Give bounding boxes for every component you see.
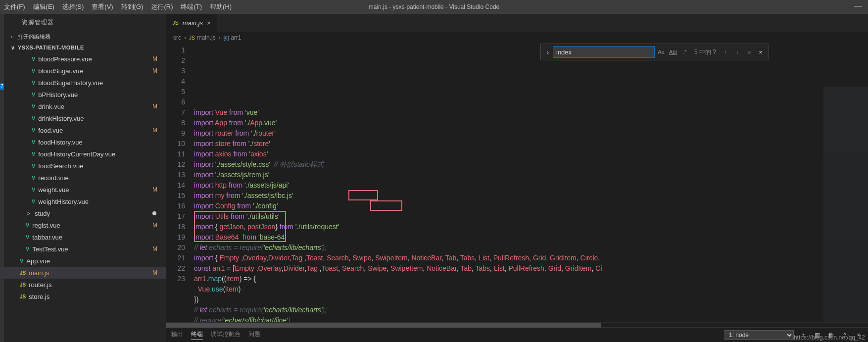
tree-item[interactable]: Vdrink.vueM <box>0 100 166 112</box>
crumb-symbol[interactable]: [◊]arr1 <box>224 34 241 41</box>
vue-icon: V <box>32 103 35 109</box>
project-header[interactable]: ∨YSXS-PATIENT-MOBILE <box>0 42 166 53</box>
tree-item[interactable]: VfoodHistory.vue <box>0 136 166 148</box>
find-prev-icon[interactable]: ↑ <box>720 47 731 57</box>
h-scrollbar-thumb[interactable] <box>166 323 601 328</box>
close-icon[interactable]: × <box>207 19 211 27</box>
menubar: 文件(F) 编辑(E) 选择(S) 查看(V) 转到(G) 运行(R) 终端(T… <box>0 0 868 14</box>
panel-tab-terminal[interactable]: 终端 <box>191 330 203 340</box>
breadcrumb[interactable]: src› JSmain.js› [◊]arr1 <box>166 32 868 44</box>
split-terminal-icon[interactable]: ▥ <box>813 332 821 339</box>
vue-icon: V <box>26 222 29 228</box>
crumb-src[interactable]: src <box>173 34 181 41</box>
terminal-select[interactable]: 1: node <box>724 330 794 340</box>
h-scrollbar[interactable] <box>166 322 868 327</box>
tree-item-label: weight.vue <box>38 186 152 194</box>
menu-help[interactable]: 帮助(H) <box>206 0 236 14</box>
vue-icon: V <box>32 139 35 145</box>
close-panel-icon[interactable]: × <box>854 332 863 339</box>
menu-run[interactable]: 运行(R) <box>147 0 177 14</box>
tree-item[interactable]: >study <box>0 207 166 219</box>
find-close-icon[interactable]: × <box>756 49 766 56</box>
find-regex-icon[interactable]: .* <box>679 47 690 57</box>
variable-icon: [◊] <box>224 35 229 41</box>
tree-item[interactable]: VTestTest.vueM <box>0 243 166 255</box>
menu-file[interactable]: 文件(F) <box>0 0 29 14</box>
vue-icon: V <box>26 234 29 240</box>
vue-icon: V <box>32 80 35 86</box>
tree-item-label: foodHistoryCurrentDay.vue <box>38 150 166 158</box>
window-title: main.js - ysxs-patient-mobile - Visual S… <box>369 3 500 10</box>
tree-item-label: bloodPressure.vue <box>38 55 152 63</box>
trash-icon[interactable]: 🗑 <box>826 332 835 339</box>
js-icon: JS <box>20 282 26 288</box>
menu-edit[interactable]: 编辑(E) <box>29 0 58 14</box>
tree-item-label: bPHistory.vue <box>38 91 166 98</box>
tree-item[interactable]: VdrinkHistory.vue <box>0 112 166 124</box>
panel-tabs: 输出 终端 调试控制台 问题 <box>171 330 260 340</box>
find-next-icon[interactable]: ↓ <box>732 47 743 57</box>
new-terminal-icon[interactable]: + <box>799 332 808 339</box>
chevron-right-icon: > <box>26 211 32 216</box>
minimize-icon[interactable]: — <box>854 1 862 10</box>
vue-icon: V <box>32 127 35 133</box>
tree-item-label: router.js <box>29 281 166 289</box>
tab-bar: JS main.js × <box>166 14 868 32</box>
tree-item[interactable]: VfoodHistoryCurrentDay.vue <box>0 148 166 160</box>
find-case-icon[interactable]: Aa <box>656 47 667 57</box>
bottom-panel: 输出 终端 调试控制台 问题 1: node + ▥ 🗑 ^ × <box>166 327 868 342</box>
line-gutter: 1234567891011121314151617181920212223 <box>166 44 194 322</box>
tree-item-label: store.js <box>29 293 166 300</box>
menu-view[interactable]: 查看(V) <box>88 0 117 14</box>
tree-item[interactable]: VbloodSugarHistory.vue <box>0 77 166 89</box>
tree-item[interactable]: Vrecord.vue <box>0 172 166 184</box>
open-editors-label: 打开的编辑器 <box>18 33 50 41</box>
tree-item-label: bloodSugarHistory.vue <box>38 79 166 87</box>
panel-tab-debug[interactable]: 调试控制台 <box>211 330 241 340</box>
tree-item[interactable]: JSstore.js <box>0 291 166 302</box>
vue-icon: V <box>32 198 35 204</box>
tree-item[interactable]: VbloodPressure.vueM <box>0 53 166 65</box>
crumb-file[interactable]: JSmain.js <box>189 34 216 41</box>
js-icon: JS <box>189 35 195 41</box>
file-tree: VbloodPressure.vueMVbloodSugar.vueMVbloo… <box>0 53 166 342</box>
tree-item-label: foodHistory.vue <box>38 139 166 146</box>
code-editor[interactable]: 1234567891011121314151617181920212223 im… <box>166 44 868 322</box>
vue-icon: V <box>26 246 29 252</box>
tree-item[interactable]: Vweight.vueM <box>0 184 166 195</box>
git-modified-badge: M <box>152 127 157 134</box>
vue-icon: V <box>32 92 35 98</box>
tree-item-label: foodSearch.vue <box>38 162 166 170</box>
panel-tab-output[interactable]: 输出 <box>171 330 183 340</box>
git-modified-badge: M <box>152 245 157 252</box>
git-modified-badge: M <box>152 186 157 193</box>
vue-icon: V <box>32 56 35 62</box>
tree-item[interactable]: JSrouter.js <box>0 279 166 291</box>
panel-tab-problems[interactable]: 问题 <box>248 330 260 340</box>
tree-item[interactable]: Vregist.vueM <box>0 219 166 231</box>
tree-item[interactable]: VfoodSearch.vue <box>0 160 166 172</box>
tree-item[interactable]: Vfood.vueM <box>0 124 166 136</box>
find-word-icon[interactable]: Abl <box>668 47 678 57</box>
tree-item[interactable]: VApp.vue <box>0 255 166 267</box>
tab-main-js[interactable]: JS main.js × <box>166 14 217 32</box>
tree-item[interactable]: JSmain.jsM <box>0 267 166 279</box>
tree-item[interactable]: VweightHistory.vue <box>0 195 166 207</box>
editor-area: JS main.js × src› JSmain.js› [◊]arr1 123… <box>166 14 868 342</box>
code-content[interactable]: import Vue from 'vue'import App from './… <box>194 44 868 322</box>
js-icon: JS <box>20 270 26 276</box>
find-filter-icon[interactable]: ≡ <box>744 47 755 57</box>
vue-icon: V <box>32 151 35 157</box>
open-editors-header[interactable]: ›打开的编辑器 <box>0 31 166 42</box>
menu-term[interactable]: 终端(T) <box>177 0 206 14</box>
tree-item[interactable]: VbloodSugar.vueM <box>0 65 166 77</box>
menu-goto[interactable]: 转到(G) <box>117 0 147 14</box>
vue-icon: V <box>32 175 35 181</box>
tree-item[interactable]: VbPHistory.vue <box>0 89 166 100</box>
find-expand-icon[interactable]: › <box>544 49 552 56</box>
menu-select[interactable]: 选择(S) <box>58 0 88 14</box>
maximize-icon[interactable]: ^ <box>840 332 849 339</box>
find-input[interactable] <box>553 46 655 58</box>
minimap[interactable] <box>823 87 868 325</box>
tree-item[interactable]: Vtabbar.vue <box>0 231 166 243</box>
